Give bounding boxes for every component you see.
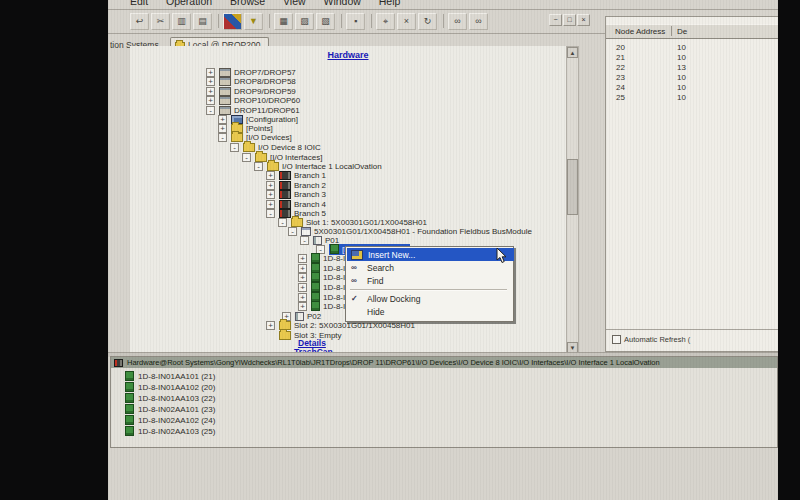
expand-icon[interactable]: + — [206, 96, 215, 105]
expand-icon[interactable]: - — [242, 153, 251, 162]
expand-icon[interactable]: - — [288, 227, 297, 236]
bottom-item-label: 1D-8-IN01AA103 (22) — [138, 394, 215, 403]
tree-item-label: I/O Device 8 IOIC — [258, 143, 321, 152]
drop-icon — [219, 96, 231, 105]
cut-icon[interactable]: ✂ — [151, 13, 170, 30]
find-icon[interactable]: ∞ — [448, 13, 467, 30]
expand-icon[interactable]: - — [300, 236, 309, 245]
auto-refresh-checkbox[interactable] — [612, 335, 621, 344]
menu-item-find[interactable]: ∞ Find — [347, 274, 514, 287]
menu-item-hide[interactable]: Hide — [347, 305, 514, 318]
menu-item-label: Allow Docking — [367, 294, 420, 304]
refresh-icon[interactable]: ↻ — [418, 13, 437, 30]
menu-operation[interactable]: Operation — [166, 0, 212, 7]
minimize-button[interactable]: − — [549, 14, 562, 26]
expand-icon[interactable]: + — [298, 302, 307, 311]
col-node-address: Node Address — [615, 27, 665, 36]
bottom-item-label: 1D-8-IN02AA102 (24) — [138, 416, 215, 425]
window-controls: − □ × — [548, 14, 590, 26]
menu-item-label: Insert New... — [368, 250, 415, 260]
expand-icon[interactable]: + — [266, 171, 275, 180]
bottom-panel-path: Hardware@Root Systems\GongYiWdchecks\RL1… — [127, 358, 660, 367]
menu-edit[interactable]: Edit — [130, 0, 148, 7]
bottom-item-label: 1D-8-IN01AA101 (21) — [138, 372, 215, 381]
undo-icon[interactable]: ↩ — [130, 13, 149, 30]
device-icon — [125, 404, 134, 414]
report-icon[interactable]: ▧ — [316, 13, 335, 30]
bottom-list-item[interactable]: 1D-8-IN01AA101 (21) — [125, 371, 215, 381]
tree-scrollbar[interactable]: ▲ ▼ — [566, 46, 579, 354]
expand-icon[interactable]: - — [230, 143, 239, 152]
expand-icon[interactable]: + — [298, 273, 307, 282]
device-icon — [311, 301, 320, 311]
bottom-list-item[interactable]: 1D-8-IN02AA102 (24) — [125, 415, 215, 425]
expand-icon[interactable]: + — [298, 254, 307, 263]
close-button[interactable]: × — [577, 14, 590, 26]
toolbar-separator — [341, 14, 342, 28]
menu-help[interactable]: Help — [379, 0, 401, 7]
folder-icon — [231, 133, 243, 142]
expand-icon[interactable]: + — [266, 321, 275, 330]
scrollbar-thumb[interactable] — [567, 159, 578, 215]
print-icon[interactable]: ▦ — [274, 13, 293, 30]
export-icon[interactable]: ▨ — [295, 13, 314, 30]
bottom-item-label: 1D-8-IN02AA103 (25) — [138, 427, 215, 436]
expand-icon[interactable]: - — [218, 133, 227, 142]
palette-icon[interactable] — [223, 13, 242, 30]
device-icon — [125, 415, 134, 425]
auto-refresh-control: Automatic Refresh ( — [612, 335, 690, 344]
restore-button[interactable]: □ — [563, 14, 576, 26]
select-icon[interactable]: ⌖ — [376, 13, 395, 30]
tree-item-io-device-8[interactable]: -I/O Device 8 IOIC — [230, 142, 321, 152]
device-icon — [125, 393, 134, 403]
hardware-root-icon — [114, 359, 123, 367]
context-menu: Insert New... ∞ Search ∞ Find ✓ Allow Do… — [345, 246, 514, 322]
bottom-list-item[interactable]: 1D-8-IN01AA103 (22) — [125, 393, 215, 403]
paste-icon[interactable]: ▤ — [193, 13, 212, 30]
tree-item-drop8[interactable]: +DROP8/DROP58 — [206, 76, 296, 86]
menu-item-label: Search — [367, 263, 394, 273]
menu-item-search[interactable]: ∞ Search — [347, 261, 514, 274]
column-divider — [671, 26, 672, 36]
expand-icon[interactable]: + — [266, 190, 275, 199]
bottom-list-item[interactable]: 1D-8-IN02AA103 (25) — [125, 426, 215, 436]
bottom-list-item[interactable]: 1D-8-IN02AA101 (23) — [125, 404, 215, 414]
menu-bar: Edit Operation Browse View Window Help — [130, 0, 415, 8]
device-icon — [125, 371, 134, 381]
hardware-title[interactable]: Hardware — [130, 50, 566, 60]
expand-icon[interactable]: + — [206, 77, 215, 86]
panel-divider — [606, 329, 778, 330]
filter-icon[interactable]: ▼ — [244, 13, 263, 30]
expand-icon[interactable]: - — [254, 162, 263, 171]
delete-icon[interactable]: × — [397, 13, 416, 30]
photo-stage: Edit Operation Browse View Window Help ↩… — [0, 0, 800, 500]
check-icon: ✓ — [351, 294, 363, 303]
copy-icon[interactable]: ▥ — [172, 13, 191, 30]
bottom-panel-header[interactable]: Hardware@Root Systems\GongYiWdchecks\RL1… — [111, 357, 777, 368]
menu-item-allow-docking[interactable]: ✓ Allow Docking — [347, 292, 514, 305]
camera-icon[interactable]: ▪ — [346, 13, 365, 30]
node-address-panel: Node Address De 2010 2110 2213 2310 2410… — [605, 16, 778, 352]
expand-icon[interactable]: + — [298, 283, 307, 292]
expand-icon[interactable]: - — [206, 106, 215, 115]
scroll-up-icon[interactable]: ▲ — [567, 47, 578, 58]
bottom-list-item[interactable]: 1D-8-IN01AA102 (20) — [125, 382, 215, 392]
menu-browse[interactable]: Browse — [230, 0, 265, 7]
search-icon[interactable]: ∞ — [469, 13, 488, 30]
menu-divider — [108, 9, 778, 10]
device-icon — [125, 426, 134, 436]
menu-window[interactable]: Window — [324, 0, 361, 7]
menu-item-insert-new[interactable]: Insert New... — [347, 248, 514, 261]
tree-item-label: Branch 1 — [294, 171, 326, 180]
tree-item-branch-3[interactable]: +Branch 3 — [266, 189, 326, 199]
toolbar: ↩ ✂ ▥ ▤ ▼ ▦ ▨ ▧ ▪ ⌖ × ↻ ∞ ∞ — [130, 11, 490, 31]
menu-view[interactable]: View — [283, 0, 306, 7]
tree-item-label: Branch 3 — [294, 190, 326, 199]
bottom-item-label: 1D-8-IN02AA101 (23) — [138, 405, 215, 414]
tree-item-branch-1[interactable]: +Branch 1 — [266, 170, 326, 180]
expand-icon[interactable]: - — [266, 209, 275, 218]
tree-item-io-devices[interactable]: -[I/O Devices] — [218, 132, 292, 142]
expand-icon[interactable]: - — [278, 218, 287, 227]
tree-item-drop10[interactable]: +DROP10/DROP60 — [206, 95, 300, 105]
binoculars-icon: ∞ — [351, 276, 363, 285]
